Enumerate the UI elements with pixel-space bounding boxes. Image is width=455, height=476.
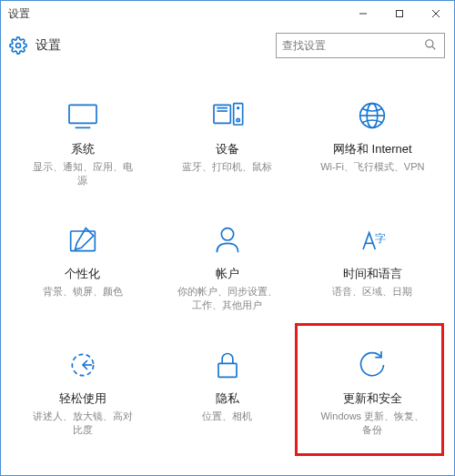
tile-desc: 位置、相机: [202, 410, 252, 423]
paint-icon: [65, 222, 101, 258]
svg-point-19: [221, 228, 233, 240]
tile-label: 更新和安全: [343, 390, 402, 407]
svg-point-4: [16, 44, 21, 48]
svg-rect-7: [69, 105, 96, 123]
tile-desc: 蓝牙、打印机、鼠标: [182, 160, 272, 174]
tile-devices[interactable]: 设备 蓝牙、打印机、鼠标: [155, 92, 299, 208]
svg-point-5: [426, 40, 433, 47]
tile-label: 帐户: [216, 266, 239, 282]
globe-icon: [354, 97, 390, 134]
tile-label: 网络和 Internet: [333, 141, 412, 157]
tile-accounts[interactable]: 帐户 你的帐户、同步设置、工作、其他用户: [155, 217, 299, 332]
svg-point-14: [238, 107, 239, 109]
tile-system[interactable]: 系统 显示、通知、应用、电源: [10, 92, 155, 208]
gear-icon: [8, 35, 28, 56]
tile-label: 轻松使用: [59, 390, 106, 407]
tile-network[interactable]: 网络和 Internet Wi-Fi、飞行模式、VPN: [300, 92, 445, 208]
search-input[interactable]: [282, 39, 424, 52]
tile-label: 隐私: [216, 390, 239, 407]
tile-desc: 显示、通知、应用、电源: [28, 160, 137, 187]
tile-label: 系统: [71, 141, 95, 157]
settings-window: 设置 设置: [0, 0, 455, 476]
tile-time-language[interactable]: 字 时间和语言 语音、区域、日期: [300, 217, 445, 332]
tile-desc: 背景、锁屏、颜色: [43, 285, 123, 299]
tile-desc: Wi-Fi、飞行模式、VPN: [320, 160, 424, 174]
header: 设置: [1, 26, 454, 65]
display-icon: [65, 97, 101, 134]
tiles-grid: 系统 显示、通知、应用、电源 设备 蓝牙、打印机、鼠标: [1, 65, 454, 475]
svg-rect-1: [397, 11, 403, 17]
tile-desc: Windows 更新、恢复、备份: [318, 410, 427, 437]
language-icon: 字: [354, 222, 390, 258]
minimize-button[interactable]: [345, 1, 381, 26]
minimize-icon: [359, 9, 368, 18]
update-icon: [354, 347, 390, 383]
tile-desc: 讲述人、放大镜、高对比度: [28, 410, 137, 437]
tile-label: 时间和语言: [343, 266, 402, 282]
svg-text:字: 字: [376, 232, 387, 244]
search-icon: [424, 38, 439, 53]
search-box[interactable]: [276, 33, 445, 58]
maximize-icon: [395, 9, 404, 18]
svg-line-6: [432, 46, 435, 49]
tile-personalization[interactable]: 个性化 背景、锁屏、颜色: [10, 217, 155, 332]
tile-desc: 你的帐户、同步设置、工作、其他用户: [173, 285, 282, 312]
lock-icon: [209, 347, 246, 383]
svg-point-13: [237, 118, 239, 121]
close-button[interactable]: [418, 1, 454, 26]
maximize-button[interactable]: [381, 1, 418, 26]
tile-privacy[interactable]: 隐私 位置、相机: [155, 341, 299, 457]
user-icon: [209, 222, 246, 258]
tile-update-security[interactable]: 更新和安全 Windows 更新、恢复、备份: [300, 341, 445, 457]
ease-icon: [65, 347, 101, 383]
page-title: 设置: [35, 37, 61, 54]
tile-ease-of-access[interactable]: 轻松使用 讲述人、放大镜、高对比度: [10, 341, 155, 457]
window-title: 设置: [8, 6, 30, 22]
tile-label: 个性化: [65, 266, 100, 282]
tile-label: 设备: [216, 141, 239, 157]
close-icon: [431, 9, 440, 18]
svg-rect-24: [218, 363, 237, 377]
tile-desc: 语音、区域、日期: [332, 285, 412, 299]
titlebar: 设置: [1, 1, 454, 26]
devices-icon: [209, 97, 246, 134]
